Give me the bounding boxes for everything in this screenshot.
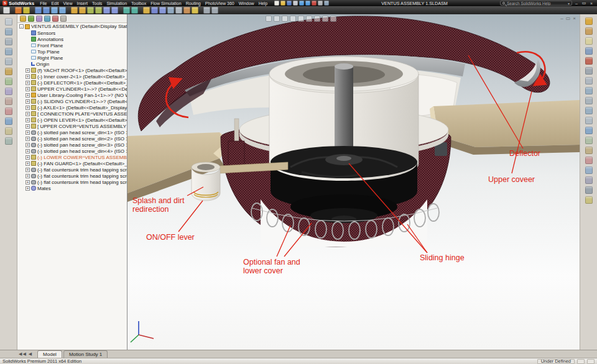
- search-box[interactable]: Search SolidWorks Help ▾: [500, 1, 572, 6]
- expand-toggle[interactable]: +: [25, 130, 30, 135]
- icon-mate[interactable]: [151, 7, 158, 14]
- expand-toggle[interactable]: +: [25, 118, 30, 122]
- icon-display-style[interactable]: [585, 137, 593, 144]
- expand-toggle[interactable]: +: [25, 87, 30, 91]
- expand-toggle[interactable]: +: [25, 174, 30, 178]
- icon-select[interactable]: [3, 7, 10, 14]
- expand-toggle[interactable]: +: [25, 155, 30, 160]
- icon-open[interactable]: [280, 1, 285, 6]
- expand-toggle[interactable]: +: [25, 137, 30, 141]
- expand-toggle[interactable]: +: [25, 68, 30, 73]
- tree-item[interactable]: + [ CONNECTION PLATE^VENTUS ASSEMBLY ]<1…: [17, 111, 127, 117]
- icon-view-settings[interactable]: [585, 176, 593, 184]
- tab-nav-arrows[interactable]: ◀◀ ◀: [19, 352, 32, 357]
- doc-minimize-button[interactable]: –: [560, 16, 563, 21]
- icon-pan[interactable]: [5, 38, 12, 45]
- icon-section-view[interactable]: [5, 68, 12, 75]
- menu-item[interactable]: File: [38, 1, 49, 6]
- icon-hide-show-items[interactable]: [585, 147, 593, 154]
- icon-standard-views[interactable]: [585, 127, 593, 134]
- icon-linear-pattern[interactable]: [103, 7, 110, 14]
- icon-design-library[interactable]: [585, 27, 593, 35]
- icon-hud-appearance[interactable]: [322, 16, 328, 22]
- tree-item[interactable]: + (-) SLIDING CYLINDER<1>->? (Default<<D…: [17, 98, 127, 104]
- toolbar-icon[interactable]: [31, 7, 34, 14]
- icon-custom-properties[interactable]: [585, 67, 593, 75]
- icon-mass-properties[interactable]: [5, 98, 12, 105]
- tab-model[interactable]: Model: [37, 350, 62, 358]
- icon-hud-scene[interactable]: [330, 16, 336, 22]
- tree-item[interactable]: + (-) OPEN LEVER<1> (Default<<Default>_D…: [17, 117, 127, 123]
- icon-save[interactable]: [287, 1, 292, 6]
- icon-print[interactable]: [293, 1, 298, 6]
- icon-zoom-fit[interactable]: [5, 28, 12, 35]
- expand-toggle[interactable]: +: [25, 168, 30, 172]
- icon-spell-check[interactable]: [5, 137, 12, 145]
- tree-item[interactable]: + Front Plane: [17, 42, 127, 48]
- icon-displaymanager-tab[interactable]: [52, 16, 58, 22]
- icon-smart-dimension[interactable]: [23, 7, 30, 14]
- minimize-button[interactable]: –: [573, 1, 580, 6]
- icon-measure-tool[interactable]: [5, 88, 12, 95]
- tree-root[interactable]: - VENTUS ASSEMBLY (Default<Display State…: [17, 23, 127, 30]
- tree-item[interactable]: + (-) LOWER COWER^VENTUS ASSEMBLY<1>-> (…: [17, 154, 127, 160]
- expand-toggle[interactable]: +: [25, 99, 30, 104]
- toolbar-icon[interactable]: [200, 7, 202, 14]
- icon-featuremanager-tab[interactable]: [20, 16, 26, 22]
- icon-exploded-view[interactable]: [192, 7, 198, 14]
- icon-interference-detection[interactable]: [203, 7, 210, 14]
- icon-rebuild[interactable]: [312, 1, 317, 6]
- icon-shell[interactable]: [95, 7, 102, 14]
- toolbar-icon[interactable]: [67, 7, 70, 14]
- tree-item[interactable]: + Sensors: [17, 30, 127, 36]
- icon-show-hidden-components[interactable]: [175, 7, 182, 14]
- icon-redo[interactable]: [305, 1, 310, 6]
- icon-lights[interactable]: [585, 196, 593, 204]
- icon-tab-overflow[interactable]: [60, 16, 67, 22]
- chevron-down-icon[interactable]: ▾: [568, 1, 570, 6]
- icon-file-properties[interactable]: [324, 1, 329, 6]
- restore-button[interactable]: ▭: [581, 1, 587, 6]
- icon-hud-zoom-fit[interactable]: [266, 16, 272, 22]
- icon-assembly-features[interactable]: [183, 7, 190, 14]
- close-button[interactable]: ×: [588, 1, 595, 6]
- icon-insert-components[interactable]: [143, 7, 150, 14]
- icon-measure[interactable]: [211, 7, 218, 14]
- expand-toggle[interactable]: +: [25, 112, 30, 116]
- tree-item[interactable]: + (-) Inner cover-2<1> (Default<<Default…: [17, 73, 127, 80]
- menu-item[interactable]: Tools: [90, 1, 104, 6]
- icon-select-arrow[interactable]: [5, 18, 12, 25]
- icon-appearance[interactable]: [5, 107, 12, 115]
- icon-hud-previous-view[interactable]: [282, 16, 288, 22]
- icon-configurationmanager-tab[interactable]: [36, 16, 42, 22]
- icon-task-pane-home[interactable]: [585, 17, 593, 25]
- menu-item[interactable]: PhotoView 360: [203, 1, 236, 6]
- tree-item[interactable]: + (-) slotted pan head screw_din<1> (ISO…: [17, 129, 127, 135]
- icon-extruded-boss[interactable]: [35, 7, 42, 14]
- graphics-area[interactable]: – ▭ × Splash and dirt redirection ON/OFF…: [127, 14, 580, 350]
- tree-item[interactable]: + (-) flat countersunk trim head tapping…: [17, 173, 127, 179]
- icon-new[interactable]: [274, 1, 279, 6]
- icon-rib[interactable]: [87, 7, 94, 14]
- icon-component-pattern[interactable]: [159, 7, 166, 14]
- expand-toggle[interactable]: +: [25, 124, 30, 129]
- icon-hud-section-view[interactable]: [290, 16, 296, 22]
- doc-restore-button[interactable]: ▭: [566, 16, 571, 21]
- icon-scene[interactable]: [5, 117, 12, 125]
- icon-hud-display-style[interactable]: [306, 16, 312, 22]
- tree-item[interactable]: + Mates: [17, 185, 127, 191]
- icon-hud-hide-show[interactable]: [314, 16, 320, 22]
- tree-item[interactable]: + (-) slotted pan head screw_din<2> (ISO…: [17, 135, 127, 142]
- icon-dimxpertmanager-tab[interactable]: [44, 16, 50, 22]
- menu-item[interactable]: Insert: [75, 1, 90, 6]
- icon-document-recovery[interactable]: [585, 77, 593, 84]
- toolbar-icon[interactable]: [119, 7, 122, 14]
- tree-item[interactable]: + (-) flat countersunk trim head tapping…: [17, 166, 127, 173]
- menu-item[interactable]: Flow Simulation: [149, 1, 183, 6]
- icon-propertymanager-tab[interactable]: [28, 16, 34, 22]
- tree-item[interactable]: + Right Plane: [17, 55, 127, 61]
- tree-item[interactable]: + (-) slotted pan head screw_din<3> (ISO…: [17, 142, 127, 148]
- icon-curves[interactable]: [131, 7, 138, 14]
- tree-item[interactable]: + (-) slotted pan head screw_din<4> (ISO…: [17, 148, 127, 154]
- tree-item[interactable]: + Top Plane: [17, 48, 127, 55]
